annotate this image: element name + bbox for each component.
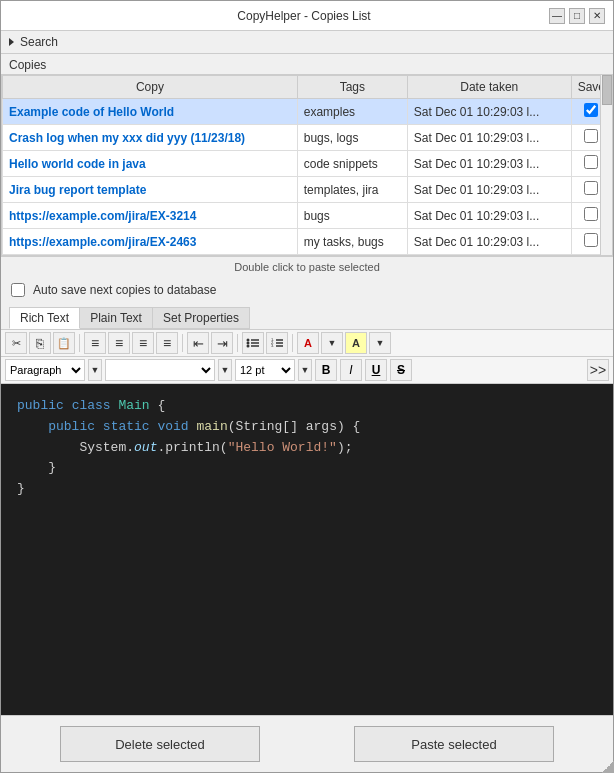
paste-selected-button[interactable]: Paste selected <box>354 726 554 762</box>
copy-name-cell: Example code of Hello World <box>3 99 298 125</box>
hint-bar: Double click to paste selected <box>1 256 613 277</box>
separator1 <box>79 334 80 352</box>
svg-point-1 <box>247 342 250 345</box>
table-row[interactable]: Jira bug report templatetemplates, jiraS… <box>3 177 612 203</box>
minimize-button[interactable]: — <box>549 8 565 24</box>
bullet-list-button[interactable] <box>242 332 264 354</box>
size-select[interactable]: 8 pt 10 pt 12 pt 14 pt 16 pt 18 pt 24 pt <box>235 359 295 381</box>
code-line5: } <box>17 479 597 500</box>
scrollbar-track[interactable] <box>600 75 612 255</box>
paste-button[interactable]: 📋 <box>53 332 75 354</box>
tab-rich-text[interactable]: Rich Text <box>9 307 80 329</box>
search-label: Search <box>20 35 58 49</box>
align-left-button[interactable]: ≡ <box>84 332 106 354</box>
copy-tags-cell: bugs <box>297 203 407 229</box>
col-header-copy: Copy <box>3 76 298 99</box>
outdent-button[interactable]: ⇤ <box>187 332 209 354</box>
font-color-dropdown[interactable]: ▼ <box>321 332 343 354</box>
svg-text:3.: 3. <box>271 343 274 348</box>
copy-tags-cell: templates, jira <box>297 177 407 203</box>
close-button[interactable]: ✕ <box>589 8 605 24</box>
font-color-button[interactable]: A <box>297 332 319 354</box>
code-editor[interactable]: public class Main { public static void m… <box>1 384 613 715</box>
resize-grip[interactable] <box>602 761 614 773</box>
indent-button[interactable]: ⇥ <box>211 332 233 354</box>
bottom-bar: Delete selected Paste selected <box>1 715 613 772</box>
copy-button[interactable]: ⎘ <box>29 332 51 354</box>
copy-date-cell: Sat Dec 01 10:29:03 l... <box>407 177 571 203</box>
save-checkbox[interactable] <box>584 207 598 221</box>
copy-date-cell: Sat Dec 01 10:29:03 l... <box>407 229 571 255</box>
table-body: Example code of Hello WorldexamplesSat D… <box>3 99 612 255</box>
font-select[interactable]: Arial Times New Roman Courier New <box>105 359 215 381</box>
table-scroll-area: Copy Tags Date taken Save Example code o… <box>2 75 612 255</box>
tabs-bar: Rich Text Plain Text Set Properties <box>1 303 613 329</box>
copy-tags-cell: my tasks, bugs <box>297 229 407 255</box>
size-dropdown-icon[interactable]: ▼ <box>298 359 312 381</box>
separator4 <box>292 334 293 352</box>
copies-table: Copy Tags Date taken Save Example code o… <box>2 75 612 255</box>
autosave-checkbox[interactable] <box>11 283 25 297</box>
copies-table-container: Copy Tags Date taken Save Example code o… <box>1 74 613 256</box>
para-dropdown-icon[interactable]: ▼ <box>88 359 102 381</box>
scrollbar-thumb[interactable] <box>602 75 612 105</box>
font-dropdown-icon[interactable]: ▼ <box>218 359 232 381</box>
table-row[interactable]: https://example.com/jira/EX-2463my tasks… <box>3 229 612 255</box>
format-toolbar: Paragraph Heading 1 Heading 2 Heading 3 … <box>1 357 613 384</box>
content-area: Rich Text Plain Text Set Properties ✂ ⎘ … <box>1 303 613 715</box>
copy-name-cell: Jira bug report template <box>3 177 298 203</box>
delete-selected-button[interactable]: Delete selected <box>60 726 260 762</box>
numbered-list-button[interactable]: 1. 2. 3. <box>266 332 288 354</box>
strikethrough-button[interactable]: S <box>390 359 412 381</box>
copy-date-cell: Sat Dec 01 10:29:03 l... <box>407 125 571 151</box>
highlight-button[interactable]: A <box>345 332 367 354</box>
code-line2: public static void main(String[] args) { <box>17 417 597 438</box>
copy-date-cell: Sat Dec 01 10:29:03 l... <box>407 203 571 229</box>
svg-point-2 <box>247 345 250 348</box>
svg-point-0 <box>247 339 250 342</box>
autosave-bar: Auto save next copies to database <box>1 277 613 303</box>
copy-date-cell: Sat Dec 01 10:29:03 l... <box>407 99 571 125</box>
search-expand-icon[interactable] <box>9 38 14 46</box>
search-bar[interactable]: Search <box>1 31 613 54</box>
hint-text: Double click to paste selected <box>234 261 380 273</box>
copy-name-cell: https://example.com/jira/EX-3214 <box>3 203 298 229</box>
copy-name-cell: Hello world code in java <box>3 151 298 177</box>
main-window: CopyHelper - Copies List — □ ✕ Search Co… <box>0 0 614 773</box>
underline-button[interactable]: U <box>365 359 387 381</box>
separator2 <box>182 334 183 352</box>
code-line3: System.out.println("Hello World!"); <box>17 438 597 459</box>
bold-button[interactable]: B <box>315 359 337 381</box>
save-checkbox[interactable] <box>584 103 598 117</box>
table-row[interactable]: Example code of Hello WorldexamplesSat D… <box>3 99 612 125</box>
more-button[interactable]: >> <box>587 359 609 381</box>
copy-tags-cell: examples <box>297 99 407 125</box>
table-header: Copy Tags Date taken Save <box>3 76 612 99</box>
window-title: CopyHelper - Copies List <box>59 9 549 23</box>
toolbar-row1: ✂ ⎘ 📋 ≡ ≡ ≡ ≡ ⇤ ⇥ <box>1 329 613 357</box>
window-controls: — □ ✕ <box>549 8 605 24</box>
copy-name-cell: Crash log when my xxx did yyy (11/23/18) <box>3 125 298 151</box>
copy-name-cell: https://example.com/jira/EX-2463 <box>3 229 298 255</box>
cut-button[interactable]: ✂ <box>5 332 27 354</box>
save-checkbox[interactable] <box>584 233 598 247</box>
table-row[interactable]: https://example.com/jira/EX-3214bugsSat … <box>3 203 612 229</box>
tab-plain-text[interactable]: Plain Text <box>79 307 153 329</box>
align-right-button[interactable]: ≡ <box>132 332 154 354</box>
table-row[interactable]: Crash log when my xxx did yyy (11/23/18)… <box>3 125 612 151</box>
tab-set-properties[interactable]: Set Properties <box>152 307 250 329</box>
copy-date-cell: Sat Dec 01 10:29:03 l... <box>407 151 571 177</box>
save-checkbox[interactable] <box>584 155 598 169</box>
save-checkbox[interactable] <box>584 181 598 195</box>
autosave-label: Auto save next copies to database <box>33 283 216 297</box>
italic-button[interactable]: I <box>340 359 362 381</box>
align-justify-button[interactable]: ≡ <box>156 332 178 354</box>
table-row[interactable]: Hello world code in javacode snippetsSat… <box>3 151 612 177</box>
title-bar: CopyHelper - Copies List — □ ✕ <box>1 1 613 31</box>
align-center-button[interactable]: ≡ <box>108 332 130 354</box>
save-checkbox[interactable] <box>584 129 598 143</box>
highlight-dropdown[interactable]: ▼ <box>369 332 391 354</box>
copy-tags-cell: bugs, logs <box>297 125 407 151</box>
paragraph-select[interactable]: Paragraph Heading 1 Heading 2 Heading 3 <box>5 359 85 381</box>
restore-button[interactable]: □ <box>569 8 585 24</box>
